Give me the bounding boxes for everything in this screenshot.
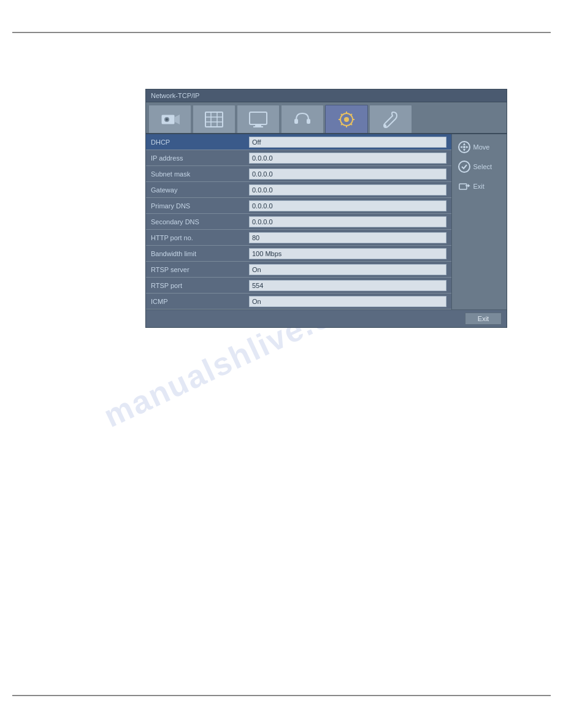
tab-camera[interactable] bbox=[148, 105, 191, 133]
field-bandwidth-limit[interactable]: Bandwidth limit 100 Mbps bbox=[146, 246, 451, 262]
svg-marker-20 bbox=[463, 143, 465, 145]
dialog-body: DHCP Off IP address 0.0.0.0 Subnet mask … bbox=[146, 134, 507, 309]
value-rtsp-server[interactable]: On bbox=[249, 264, 446, 275]
field-http-port[interactable]: HTTP port no. 80 bbox=[146, 230, 451, 246]
top-divider bbox=[12, 32, 551, 33]
exit-icon bbox=[458, 180, 471, 193]
move-label: Move bbox=[473, 143, 490, 151]
svg-rect-12 bbox=[253, 126, 263, 127]
svg-marker-21 bbox=[463, 149, 465, 151]
label-ip-address: IP address bbox=[151, 154, 249, 162]
grid-icon bbox=[203, 108, 225, 131]
field-subnet-mask[interactable]: Subnet mask 0.0.0.0 bbox=[146, 166, 451, 182]
svg-point-3 bbox=[166, 118, 168, 121]
field-rtsp-port[interactable]: RTSP port 554 bbox=[146, 278, 451, 294]
camera-icon bbox=[159, 108, 181, 131]
side-controls: Move Select Exit bbox=[451, 134, 507, 309]
tab-tools[interactable] bbox=[369, 105, 412, 133]
form-area: DHCP Off IP address 0.0.0.0 Subnet mask … bbox=[146, 134, 451, 309]
tab-audio[interactable] bbox=[281, 105, 324, 133]
label-gateway: Gateway bbox=[151, 186, 249, 194]
field-ip-address[interactable]: IP address 0.0.0.0 bbox=[146, 150, 451, 166]
field-secondary-dns[interactable]: Secondary DNS 0.0.0.0 bbox=[146, 214, 451, 230]
move-button[interactable]: Move bbox=[455, 139, 504, 155]
svg-rect-11 bbox=[255, 124, 261, 126]
exit-side-button[interactable]: Exit bbox=[455, 178, 504, 194]
value-bandwidth-limit[interactable]: 100 Mbps bbox=[249, 248, 446, 259]
headset-icon bbox=[291, 108, 313, 131]
label-primary-dns: Primary DNS bbox=[151, 202, 249, 210]
select-icon bbox=[458, 160, 471, 173]
exit-button[interactable]: Exit bbox=[465, 313, 502, 325]
label-bandwidth-limit: Bandwidth limit bbox=[151, 250, 249, 257]
tab-bar bbox=[146, 102, 507, 134]
value-subnet-mask[interactable]: 0.0.0.0 bbox=[249, 169, 446, 180]
field-primary-dns[interactable]: Primary DNS 0.0.0.0 bbox=[146, 198, 451, 214]
svg-point-25 bbox=[459, 161, 470, 172]
label-subnet-mask: Subnet mask bbox=[151, 170, 249, 178]
svg-point-24 bbox=[463, 146, 465, 148]
value-ip-address[interactable]: 0.0.0.0 bbox=[249, 153, 446, 164]
value-primary-dns[interactable]: 0.0.0.0 bbox=[249, 200, 446, 211]
exit-side-label: Exit bbox=[473, 183, 484, 190]
tab-system[interactable] bbox=[325, 105, 368, 133]
field-rtsp-server[interactable]: RTSP server On bbox=[146, 262, 451, 278]
svg-marker-22 bbox=[460, 146, 462, 148]
value-dhcp[interactable]: Off bbox=[249, 137, 446, 148]
field-icmp[interactable]: ICMP On bbox=[146, 294, 451, 309]
tab-network-grid[interactable] bbox=[193, 105, 236, 133]
select-button[interactable]: Select bbox=[455, 159, 504, 175]
label-rtsp-port: RTSP port bbox=[151, 282, 249, 289]
label-http-port: HTTP port no. bbox=[151, 234, 249, 241]
field-gateway[interactable]: Gateway 0.0.0.0 bbox=[146, 182, 451, 198]
label-secondary-dns: Secondary DNS bbox=[151, 218, 249, 226]
dialog-footer: Exit bbox=[146, 309, 507, 327]
svg-rect-10 bbox=[251, 113, 266, 123]
label-dhcp: DHCP bbox=[151, 138, 249, 146]
label-icmp: ICMP bbox=[151, 298, 249, 305]
select-label: Select bbox=[473, 163, 492, 170]
dialog-title: Network-TCP/IP bbox=[146, 89, 507, 102]
monitor-icon bbox=[247, 108, 269, 131]
svg-rect-26 bbox=[459, 184, 467, 189]
svg-marker-23 bbox=[466, 146, 469, 148]
move-icon bbox=[458, 140, 471, 154]
value-icmp[interactable]: On bbox=[249, 296, 446, 307]
tab-display[interactable] bbox=[237, 105, 280, 133]
system-icon bbox=[335, 108, 358, 131]
svg-point-18 bbox=[384, 124, 386, 127]
tools-icon bbox=[380, 108, 402, 131]
field-dhcp[interactable]: DHCP Off bbox=[146, 134, 451, 150]
value-http-port[interactable]: 80 bbox=[249, 232, 446, 243]
network-tcp-ip-dialog: Network-TCP/IP bbox=[145, 89, 507, 328]
value-rtsp-port[interactable]: 554 bbox=[249, 280, 446, 291]
svg-marker-1 bbox=[175, 115, 180, 124]
value-gateway[interactable]: 0.0.0.0 bbox=[249, 184, 446, 195]
label-rtsp-server: RTSP server bbox=[151, 266, 249, 273]
svg-rect-14 bbox=[307, 119, 310, 124]
svg-rect-4 bbox=[205, 112, 223, 127]
svg-rect-13 bbox=[294, 119, 298, 124]
bottom-divider bbox=[12, 695, 551, 696]
svg-point-16 bbox=[344, 117, 349, 122]
value-secondary-dns[interactable]: 0.0.0.0 bbox=[249, 216, 446, 227]
